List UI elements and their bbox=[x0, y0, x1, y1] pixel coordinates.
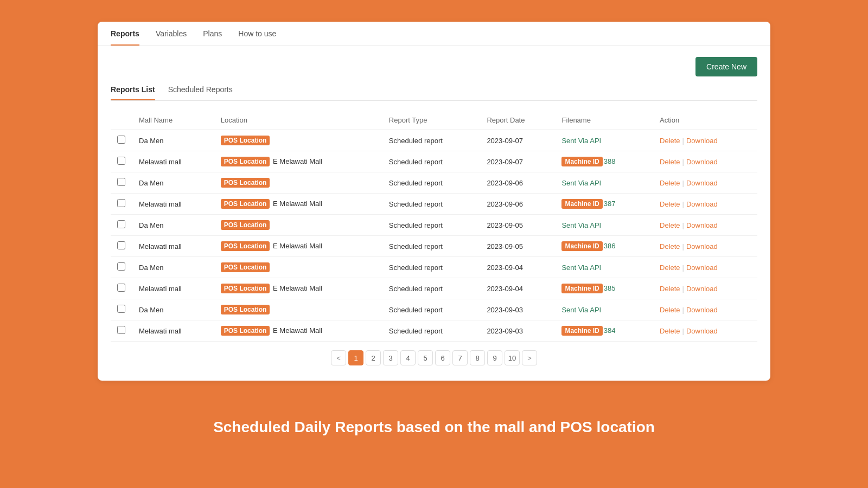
delete-link[interactable]: Delete bbox=[660, 137, 680, 145]
page-3[interactable]: 3 bbox=[383, 350, 398, 365]
cell-filename: Machine ID388 bbox=[555, 151, 653, 172]
tab-variables[interactable]: Variables bbox=[156, 29, 187, 46]
row-checkbox[interactable] bbox=[117, 262, 125, 271]
download-link[interactable]: Download bbox=[686, 264, 718, 272]
page-5[interactable]: 5 bbox=[418, 350, 433, 365]
page-6[interactable]: 6 bbox=[435, 350, 450, 365]
page-2[interactable]: 2 bbox=[366, 350, 381, 365]
header-report-type: Report Type bbox=[382, 111, 481, 130]
action-links: Delete | Download bbox=[660, 285, 751, 293]
row-checkbox[interactable] bbox=[117, 157, 125, 165]
machine-id-link[interactable]: 386 bbox=[604, 242, 616, 250]
download-link[interactable]: Download bbox=[686, 327, 718, 335]
cell-action: Delete | Download bbox=[653, 236, 757, 257]
download-link[interactable]: Download bbox=[686, 285, 718, 293]
row-checkbox-cell bbox=[111, 215, 132, 236]
cell-action: Delete | Download bbox=[653, 194, 757, 215]
download-link[interactable]: Download bbox=[686, 137, 718, 145]
row-checkbox[interactable] bbox=[117, 220, 125, 228]
location-suffix: E Melawati Mall bbox=[271, 284, 322, 292]
download-link[interactable]: Download bbox=[686, 242, 718, 251]
delete-link[interactable]: Delete bbox=[660, 179, 680, 187]
cell-mall-name: Melawati mall bbox=[132, 194, 214, 215]
row-checkbox[interactable] bbox=[117, 199, 125, 207]
tab-reports[interactable]: Reports bbox=[111, 29, 139, 46]
cell-filename: Machine ID384 bbox=[555, 320, 653, 342]
page-9[interactable]: 9 bbox=[487, 350, 502, 365]
delete-link[interactable]: Delete bbox=[660, 327, 680, 335]
row-checkbox[interactable] bbox=[117, 178, 125, 186]
machine-id-link[interactable]: 387 bbox=[604, 200, 616, 208]
table-row: Melawati mallPOS Location E Melawati Mal… bbox=[111, 194, 757, 215]
table-row: Da MenPOS LocationScheduled report2023-0… bbox=[111, 215, 757, 236]
cell-report-date: 2023-09-03 bbox=[480, 299, 555, 320]
filename-api-link[interactable]: Sent Via API bbox=[561, 137, 601, 145]
delete-link[interactable]: Delete bbox=[660, 158, 680, 166]
row-checkbox[interactable] bbox=[117, 136, 125, 144]
action-separator: | bbox=[682, 242, 684, 251]
cell-action: Delete | Download bbox=[653, 130, 757, 151]
pos-location-badge: POS Location bbox=[221, 157, 270, 166]
create-new-button[interactable]: Create New bbox=[695, 57, 757, 76]
delete-link[interactable]: Delete bbox=[660, 285, 680, 293]
location-suffix: E Melawati Mall bbox=[271, 157, 322, 165]
delete-link[interactable]: Delete bbox=[660, 306, 680, 314]
cell-mall-name: Da Men bbox=[132, 172, 214, 194]
delete-link[interactable]: Delete bbox=[660, 221, 680, 229]
cell-report-type: Scheduled report bbox=[382, 172, 481, 194]
download-link[interactable]: Download bbox=[686, 306, 718, 314]
cell-report-date: 2023-09-06 bbox=[480, 194, 555, 215]
row-checkbox[interactable] bbox=[117, 241, 125, 249]
filename-api-link[interactable]: Sent Via API bbox=[561, 306, 601, 314]
pagination: < 1 2 3 4 5 6 7 8 9 10 > bbox=[111, 342, 757, 370]
cell-report-date: 2023-09-04 bbox=[480, 278, 555, 299]
table-row: Da MenPOS LocationScheduled report2023-0… bbox=[111, 130, 757, 151]
download-link[interactable]: Download bbox=[686, 221, 718, 229]
machine-id-link[interactable]: 384 bbox=[604, 326, 616, 335]
page-7[interactable]: 7 bbox=[452, 350, 468, 365]
pagination-next[interactable]: > bbox=[522, 350, 537, 365]
cell-mall-name: Melawati mall bbox=[132, 151, 214, 172]
table-row: Melawati mallPOS Location E Melawati Mal… bbox=[111, 236, 757, 257]
sub-tab-reports-list[interactable]: Reports List bbox=[111, 85, 155, 100]
header-action: Action bbox=[653, 111, 757, 130]
page-1[interactable]: 1 bbox=[348, 350, 363, 365]
cell-filename: Sent Via API bbox=[555, 215, 653, 236]
tab-plans[interactable]: Plans bbox=[203, 29, 222, 46]
filename-api-link[interactable]: Sent Via API bbox=[561, 179, 601, 187]
row-checkbox-cell bbox=[111, 278, 132, 299]
table-row: Melawati mallPOS Location E Melawati Mal… bbox=[111, 278, 757, 299]
cell-filename: Sent Via API bbox=[555, 130, 653, 151]
content-area: Create New Reports List Scheduled Report… bbox=[98, 46, 770, 381]
cell-report-type: Scheduled report bbox=[382, 257, 481, 278]
tab-how-to-use[interactable]: How to use bbox=[238, 29, 276, 46]
machine-id-link[interactable]: 388 bbox=[604, 157, 616, 165]
cell-mall-name: Melawati mall bbox=[132, 278, 214, 299]
pagination-prev[interactable]: < bbox=[331, 350, 346, 365]
delete-link[interactable]: Delete bbox=[660, 264, 680, 272]
download-link[interactable]: Download bbox=[686, 179, 718, 187]
cell-filename: Sent Via API bbox=[555, 299, 653, 320]
machine-id-link[interactable]: 385 bbox=[604, 284, 616, 292]
row-checkbox[interactable] bbox=[117, 326, 125, 334]
page-8[interactable]: 8 bbox=[470, 350, 485, 365]
download-link[interactable]: Download bbox=[686, 200, 718, 208]
pos-location-badge: POS Location bbox=[221, 241, 270, 251]
table-row: Melawati mallPOS Location E Melawati Mal… bbox=[111, 151, 757, 172]
page-4[interactable]: 4 bbox=[400, 350, 416, 365]
action-separator: | bbox=[682, 264, 684, 272]
download-link[interactable]: Download bbox=[686, 158, 718, 166]
action-links: Delete | Download bbox=[660, 158, 751, 166]
cell-filename: Machine ID387 bbox=[555, 194, 653, 215]
row-checkbox[interactable] bbox=[117, 305, 125, 313]
delete-link[interactable]: Delete bbox=[660, 200, 680, 208]
machine-id-badge: Machine ID bbox=[561, 199, 602, 209]
cell-report-date: 2023-09-04 bbox=[480, 257, 555, 278]
row-checkbox[interactable] bbox=[117, 284, 125, 292]
page-10[interactable]: 10 bbox=[505, 350, 520, 365]
filename-api-link[interactable]: Sent Via API bbox=[561, 264, 601, 272]
sub-tab-scheduled-reports[interactable]: Scheduled Reports bbox=[168, 85, 233, 100]
filename-api-link[interactable]: Sent Via API bbox=[561, 221, 601, 229]
delete-link[interactable]: Delete bbox=[660, 242, 680, 251]
machine-id-badge: Machine ID bbox=[561, 284, 602, 293]
